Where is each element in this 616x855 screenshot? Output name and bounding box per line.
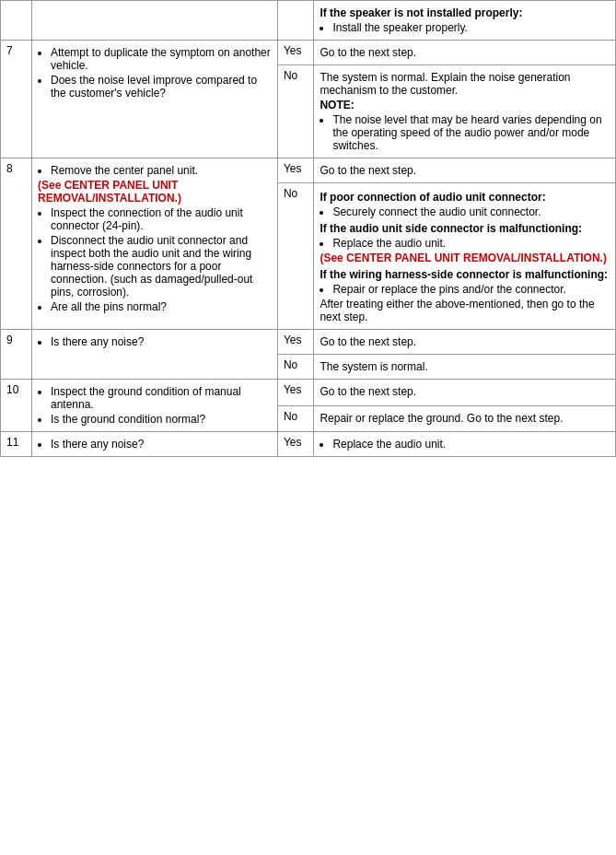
action-cell: Replace the audio unit. <box>314 432 616 457</box>
yn-cell: No <box>277 183 314 330</box>
list-item: Is there any noise? <box>51 335 272 348</box>
condition-cell <box>31 1 277 41</box>
list-item: Does the noise level improve compared to… <box>51 74 272 100</box>
yn-cell: No <box>277 405 314 432</box>
condition-list: Inspect the connection of the audio unit… <box>38 206 272 232</box>
step-number: 10 <box>1 380 32 432</box>
condition-cell: Remove the center panel unit.(See CENTER… <box>31 158 277 330</box>
table-row: 8 Remove the center panel unit.(See CENT… <box>1 158 616 183</box>
condition-cell: Is there any noise? <box>31 432 277 457</box>
yn-cell: Yes <box>277 380 314 406</box>
action-cell: Repair or replace the ground. Go to the … <box>314 405 616 432</box>
list-item: Repair or replace the pins and/or the co… <box>332 283 610 296</box>
if-header: If poor connection of audio unit connect… <box>320 191 610 204</box>
condition-list: Remove the center panel unit. <box>38 164 272 177</box>
action-cell: The system is normal. Explain the noise … <box>314 65 616 158</box>
action-text: Go to the next step. <box>320 385 610 398</box>
list-item: Securely connect the audio unit connecto… <box>332 205 610 218</box>
action-text: Go to the next step. <box>320 164 610 177</box>
table-row: 7 Attempt to duplicate the symptom on an… <box>1 41 616 65</box>
if-list: Repair or replace the pins and/or the co… <box>320 283 610 296</box>
action-cell: If the speaker is not installed properly… <box>314 1 616 41</box>
if-header: If the wiring harness-side connector is … <box>320 268 610 281</box>
action-list: Replace the audio unit. <box>320 438 610 451</box>
if-list: Replace the audio unit. <box>320 237 610 250</box>
condition-list: Attempt to duplicate the symptom on anot… <box>38 46 272 72</box>
yn-cell: Yes <box>277 41 314 65</box>
yn-cell <box>277 1 314 41</box>
action-text: Go to the next step. <box>320 46 610 59</box>
action-list: The noise level that may be heard varies… <box>320 113 610 152</box>
condition-cell: Is there any noise? <box>31 330 277 380</box>
condition-link[interactable]: (See CENTER PANEL UNIT REMOVAL/INSTALLAT… <box>38 179 272 205</box>
step-number: 8 <box>1 158 32 330</box>
list-item: Remove the center panel unit. <box>51 164 272 177</box>
yn-cell: No <box>277 355 314 380</box>
action-text: After treating either the above-mentione… <box>320 298 610 323</box>
condition-list: Inspect the ground condition of manual a… <box>38 385 272 411</box>
step-number: 9 <box>1 330 32 380</box>
condition-list: Is there any noise? <box>38 438 272 451</box>
yn-cell: Yes <box>277 330 314 355</box>
action-cell: Go to the next step. <box>314 380 616 406</box>
table-row: 9 Is there any noise? Yes Go to the next… <box>1 330 616 355</box>
action-cell: Go to the next step. <box>314 330 616 355</box>
action-text: Go to the next step. <box>320 335 610 348</box>
table-row: 10 Inspect the ground condition of manua… <box>1 380 616 406</box>
list-item: Inspect the connection of the audio unit… <box>51 206 272 232</box>
action-cell: Go to the next step. <box>314 41 616 65</box>
if-header: If the audio unit side connector is malf… <box>320 222 610 235</box>
list-item: Attempt to duplicate the symptom on anot… <box>51 46 272 72</box>
list-item: Replace the audio unit. <box>332 237 610 250</box>
list-item: Replace the audio unit. <box>332 438 610 451</box>
action-text: The system is normal. <box>320 360 610 373</box>
yn-cell: Yes <box>277 158 314 183</box>
action-text: The system is normal. Explain the noise … <box>320 71 610 97</box>
action-cell: The system is normal. <box>314 355 616 380</box>
action-text: Repair or replace the ground. Go to the … <box>320 412 610 425</box>
list-item: Inspect the ground condition of manual a… <box>51 385 272 411</box>
link-line[interactable]: (See CENTER PANEL UNIT REMOVAL/INSTALLAT… <box>320 252 610 264</box>
condition-list: Disconnect the audio unit connector and … <box>38 234 272 299</box>
yn-cell: No <box>277 65 314 158</box>
condition-cell: Inspect the ground condition of manual a… <box>31 380 277 432</box>
list-item: Is the ground condition normal? <box>51 413 272 426</box>
condition-list: Is the ground condition normal? <box>38 413 272 426</box>
list-item: Install the speaker properly. <box>332 21 610 34</box>
list-item: Is there any noise? <box>51 438 272 451</box>
step-number <box>1 1 32 41</box>
list-item: Disconnect the audio unit connector and … <box>51 234 272 299</box>
list-item: Are all the pins normal? <box>51 300 272 313</box>
list-item: The noise level that may be heard varies… <box>332 113 610 152</box>
yn-cell: Yes <box>277 432 314 457</box>
table-row: If the speaker is not installed properly… <box>1 1 616 41</box>
table-row: 11 Is there any noise? Yes Replace the a… <box>1 432 616 457</box>
action-cell: If poor connection of audio unit connect… <box>314 183 616 330</box>
step-number: 7 <box>1 41 32 158</box>
note-label: NOTE: <box>320 99 610 111</box>
action-list: Install the speaker properly. <box>320 21 610 34</box>
action-cell: Go to the next step. <box>314 158 616 183</box>
condition-cell: Attempt to duplicate the symptom on anot… <box>31 41 277 158</box>
action-text: If the speaker is not installed properly… <box>320 6 610 19</box>
condition-list: Does the noise level improve compared to… <box>38 74 272 100</box>
condition-list: Are all the pins normal? <box>38 300 272 313</box>
if-list: Securely connect the audio unit connecto… <box>320 205 610 218</box>
step-number: 11 <box>1 432 32 457</box>
condition-list: Is there any noise? <box>38 335 272 348</box>
